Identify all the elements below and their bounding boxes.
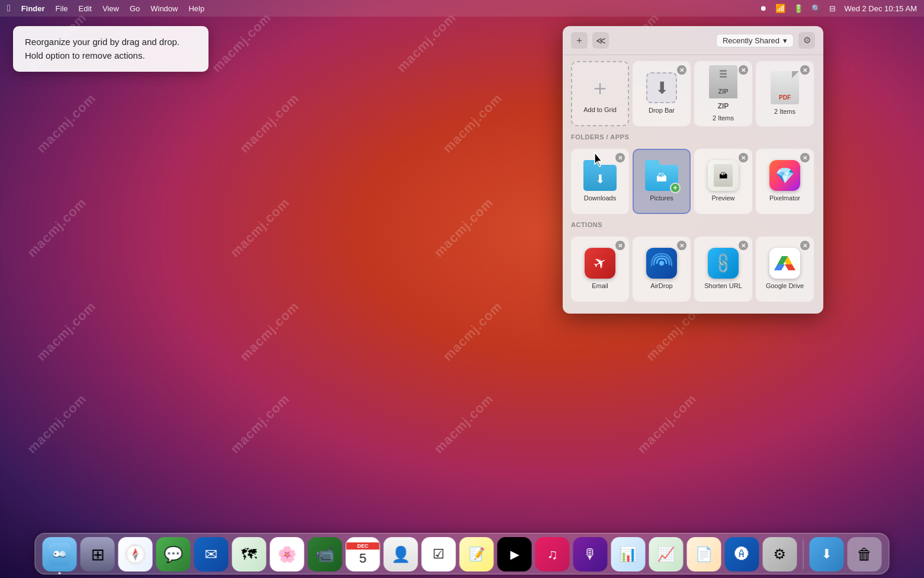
drop-bar-label: Drop Bar [649,107,675,114]
watermark-15: macmj.com [440,299,505,364]
watermark-17: macmj.com [24,391,89,456]
dock-podcasts[interactable]: 🎙 [573,537,608,571]
dock-finder[interactable] [43,537,77,571]
email-plane-icon: ✈ [590,252,611,274]
dock-music[interactable]: ♫ [535,537,570,571]
pixelmator-close[interactable]: ✕ [800,153,810,162]
screen-record-icon[interactable]: ⏺ [760,4,767,12]
airdrop-waves-svg [651,253,672,274]
watermark-2: macmj.com [209,9,274,75]
pixelmator-cell[interactable]: ✕ 💎 Pixelmator [756,149,814,214]
finder-icon [49,543,71,566]
pdf-label: 2 Items [774,108,795,116]
shorten-url-close[interactable]: ✕ [739,241,748,250]
shorten-url-cell[interactable]: ✕ 🔗 Shorten URL [694,237,752,302]
dock-trash[interactable]: 🗑 [848,537,882,571]
airdrop-label: AirDrop [650,282,672,290]
dock-maps[interactable]: 🗺 [232,537,267,571]
items-section: ＋ Add to Grid ✕ ⬇ Drop Bar ✕ [563,55,823,126]
drop-bar-icon: ⬇ [646,72,677,103]
pixelmator-label: Pixelmator [769,194,800,202]
add-grid-icon: ＋ [589,74,611,103]
dock-contacts[interactable]: 👤 [384,537,418,571]
dock-photos[interactable]: 🌸 [270,537,304,571]
appstore-icon: 🅐 [735,546,749,563]
battery-icon[interactable]: 🔋 [794,4,803,13]
zip-sublabel: ZIP [718,102,729,110]
dock-pages[interactable]: 📄 [687,537,721,571]
google-drive-close[interactable]: ✕ [800,241,810,250]
dock-keynote[interactable]: 📊 [611,537,646,571]
downloads-folder-icon: ⬇ [583,160,617,191]
pictures-cell[interactable]: 🏔 + Pictures [633,149,691,214]
airdrop-app-icon [646,248,677,279]
add-to-grid-cell[interactable]: ＋ Add to Grid [571,61,629,126]
menubar-view[interactable]: View [102,4,119,13]
svg-marker-4 [785,264,795,270]
dock-downloads[interactable]: ⬇ [810,537,844,571]
tooltip-box: Reorganize your grid by drag and drop. H… [13,26,208,72]
wifi-icon[interactable]: 📶 [775,4,785,13]
preview-cell[interactable]: ✕ 🏔 Preview [694,149,752,214]
preview-close[interactable]: ✕ [739,153,748,162]
watermark-5: macmj.com [34,91,99,156]
gear-button[interactable]: ⚙ [798,32,815,49]
add-button[interactable]: ＋ [571,32,588,49]
dock-notes[interactable]: 📝 [460,537,494,571]
recently-shared-dropdown[interactable]: Recently Shared ▾ [716,34,794,47]
reminders-icon: ☑ [433,547,445,562]
apple-menu[interactable]:  [7,3,11,14]
menubar-edit[interactable]: Edit [79,4,92,13]
drop-bar-close[interactable]: ✕ [677,65,686,75]
menubar-finder[interactable]: Finder [21,4,45,13]
systemprefs-icon: ⚙ [774,546,787,563]
dock-launchpad[interactable]: ⊞ [81,537,115,571]
dock-appletv[interactable]: ▶ [498,537,532,571]
zip-close[interactable]: ✕ [739,65,748,75]
back-button[interactable]: ≪ [592,32,609,49]
menubar-help[interactable]: Help [188,4,204,13]
menubar-file[interactable]: File [56,4,68,13]
chevron-down-icon: ▾ [783,36,787,45]
chain-link-icon: 🔗 [711,251,735,276]
dock-safari[interactable] [118,537,153,571]
search-icon[interactable]: 🔍 [811,4,821,13]
appletv-icon: ▶ [510,547,519,561]
airdrop-cell[interactable]: ✕ AirDrop [633,237,691,302]
downloads-cell[interactable]: ✕ ⬇ Downloads [571,149,629,214]
zip-cell[interactable]: ✕ ZIP 2 Items [694,61,752,126]
dock-mail[interactable]: ✉ [194,537,229,571]
menubar-go[interactable]: Go [130,4,140,13]
finder-active-dot [59,572,61,574]
dock-reminders[interactable]: ☑ [422,537,456,571]
dock-numbers[interactable]: 📈 [649,537,684,571]
pixelmator-logo-icon: 💎 [775,167,794,185]
dock-facetime[interactable]: 📹 [308,537,342,571]
drop-bar-cell[interactable]: ✕ ⬇ Drop Bar [633,61,691,126]
email-cell[interactable]: ✕ ✈ Email [571,237,629,302]
airdrop-close[interactable]: ✕ [677,241,686,250]
watermark-18: macmj.com [227,391,293,456]
dock-systemprefs[interactable]: ⚙ [763,537,797,571]
email-close[interactable]: ✕ [615,241,625,250]
pdf-cell[interactable]: ✕ PDF 2 Items [756,61,814,126]
watermark-11: macmj.com [431,194,496,260]
menubar-window[interactable]: Window [150,4,178,13]
zip-icon [709,65,737,98]
downloads-close[interactable]: ✕ [615,153,625,162]
control-center-icon[interactable]: ⊟ [829,4,836,13]
dock-calendar[interactable]: DEC 5 [346,537,380,571]
dock-appstore[interactable]: 🅐 [725,537,759,571]
dock-messages[interactable]: 💬 [156,537,191,571]
pdf-label-text: PDF [779,94,791,101]
mail-icon: ✉ [205,545,218,564]
menubar-left:  Finder File Edit View Go Window Help [7,3,204,14]
trash-icon: 🗑 [857,545,872,564]
music-icon: ♫ [547,546,558,563]
dock-separator [803,539,804,569]
pdf-close[interactable]: ✕ [800,65,810,75]
preview-label: Preview [711,194,734,202]
google-drive-cell[interactable]: ✕ Google Drive [756,237,814,302]
numbers-icon: 📈 [657,546,675,563]
notes-icon: 📝 [469,547,485,562]
